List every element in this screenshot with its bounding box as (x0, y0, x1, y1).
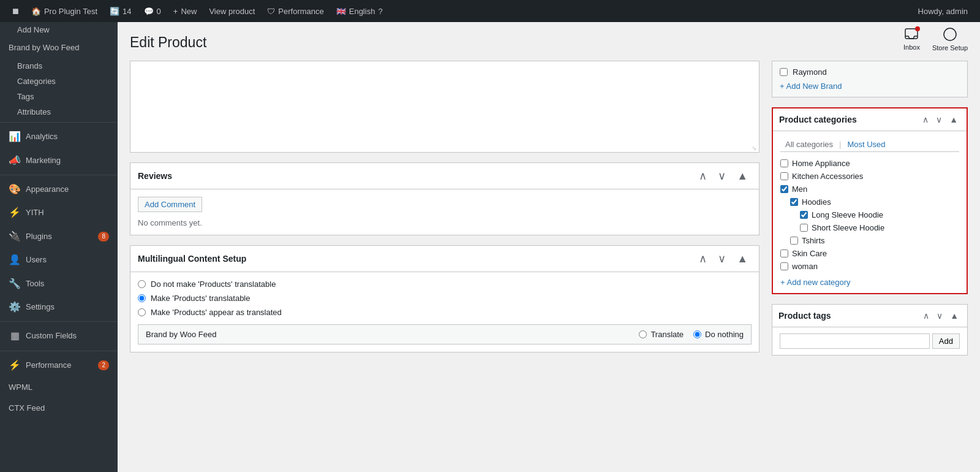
tags-label: Tags (17, 92, 34, 101)
category-checkbox[interactable] (800, 224, 808, 232)
tags-toggle-collapse[interactable]: ▲ (948, 310, 961, 322)
sidebar-item-yith[interactable]: ⚡ YITH (0, 201, 118, 224)
add-new-brand-link[interactable]: + Add New Brand (780, 82, 960, 91)
updates-item[interactable]: 🔄 14 (104, 0, 137, 22)
category-list: Home ApplianceKitchen AccessoriesMenHood… (780, 157, 959, 273)
product-tags-header: Product tags ∧ ∨ ▲ (772, 305, 967, 327)
tags-input-row: Add (780, 333, 960, 349)
taxonomy-row: Brand by Woo Feed Translate Do nothing (138, 324, 752, 344)
category-checkbox[interactable] (780, 172, 788, 180)
language-item[interactable]: 🇬🇧 English ? (330, 0, 389, 22)
sidebar-item-brands[interactable]: Brands (0, 58, 118, 74)
sidebar-item-tags[interactable]: Tags (0, 89, 118, 104)
sidebar-item-performance[interactable]: ⚡ Performance 2 (0, 354, 118, 377)
howdy-item[interactable]: Howdy, admin (912, 0, 974, 22)
sidebar-item-tools[interactable]: 🔧 Tools (0, 272, 118, 295)
radio-not-translatable[interactable] (138, 280, 146, 288)
raymond-checkbox[interactable] (780, 68, 788, 76)
site-name-item[interactable]: 🏠 Pro Plugin Test (25, 0, 104, 22)
radio-appear-translated[interactable] (138, 308, 146, 316)
radio-label-2: Make 'Products' translatable (151, 294, 251, 303)
tags-toggle-down[interactable]: ∨ (934, 310, 945, 322)
users-icon: 👤 (9, 253, 21, 267)
category-checkbox[interactable] (790, 237, 798, 245)
update-icon: 🔄 (110, 7, 119, 16)
store-setup-button[interactable]: Store Setup (932, 27, 968, 51)
inbox-button[interactable]: Inbox (903, 28, 920, 51)
radio-translate[interactable] (639, 330, 647, 338)
category-label: Tshirts (802, 236, 825, 245)
perf-icon: ⚡ (9, 359, 21, 372)
category-tabs: All categories | Most Used (780, 137, 959, 152)
sidebar-item-marketing[interactable]: 📣 Marketing (0, 149, 118, 172)
category-label: Short Sleeve Hoodie (812, 223, 884, 232)
product-categories-header: Product categories ∧ ∨ ▲ (773, 108, 967, 131)
product-tags-content: Add (772, 327, 967, 355)
multilingual-toggle-collapse[interactable]: ▲ (733, 251, 752, 267)
category-checkbox[interactable] (780, 262, 788, 270)
update-count: 14 (123, 7, 131, 16)
reviews-toggle-down[interactable]: ∨ (714, 168, 729, 184)
categories-toggle-collapse[interactable]: ▲ (947, 113, 960, 126)
category-label: Kitchen Accessories (792, 172, 863, 181)
store-setup-label: Store Setup (932, 44, 968, 51)
category-checkbox[interactable] (790, 198, 798, 206)
sidebar-item-brand-by-woo-feed[interactable]: Brand by Woo Feed (0, 37, 118, 58)
category-item: woman (780, 260, 959, 273)
brand-by-woo-feed-label: Brand by Woo Feed (9, 42, 79, 53)
sidebar-item-appearance[interactable]: 🎨 Appearance (0, 178, 118, 201)
sidebar-item-add-new[interactable]: Add New (0, 22, 118, 37)
reviews-toggle-up[interactable]: ∧ (695, 168, 710, 184)
category-checkbox[interactable] (800, 211, 808, 219)
reviews-title: Reviews (138, 171, 692, 181)
howdy-label: Howdy, admin (918, 7, 968, 16)
categories-toggle-up[interactable]: ∧ (920, 113, 931, 126)
plugins-label: Plugins (26, 231, 52, 242)
comment-count: 0 (157, 7, 161, 16)
tags-input[interactable] (780, 333, 930, 349)
wp-logo-icon[interactable]: ■ (6, 5, 25, 18)
content-textarea-area: ⇘ (130, 61, 760, 153)
reviews-postbox: Reviews ∧ ∨ ▲ Add Comment No comments ye… (130, 162, 760, 235)
add-new-category-link[interactable]: + Add new category (780, 278, 959, 287)
sidebar-item-categories[interactable]: Categories (0, 74, 118, 89)
appearance-icon: 🎨 (9, 183, 21, 196)
multilingual-postbox: Multilingual Content Setup ∧ ∨ ▲ Do not … (130, 245, 760, 352)
translate-option: Translate (639, 330, 684, 339)
categories-toggle-down[interactable]: ∨ (933, 113, 944, 126)
tags-add-button[interactable]: Add (932, 333, 960, 349)
sidebar-item-analytics[interactable]: 📊 Analytics (0, 125, 118, 148)
new-label: New (181, 7, 197, 16)
category-checkbox[interactable] (780, 249, 788, 257)
reviews-toggle-collapse[interactable]: ▲ (733, 169, 752, 184)
custom-taxonomies-section: Brand by Woo Feed Translate Do nothing (138, 324, 752, 344)
category-checkbox[interactable] (780, 185, 788, 193)
resize-handle[interactable]: ⇘ (752, 145, 758, 151)
category-checkbox[interactable] (780, 159, 788, 167)
attributes-label: Attributes (17, 107, 51, 116)
sidebar-panel: Raymond + Add New Brand Product categori… (772, 61, 968, 365)
tab-all-categories[interactable]: All categories (780, 137, 838, 151)
sidebar-item-custom-fields[interactable]: ▦ Custom Fields (0, 324, 118, 348)
plugins-icon: 🔌 (9, 230, 21, 243)
comments-item[interactable]: 💬 0 (138, 0, 167, 22)
sidebar-item-settings[interactable]: ⚙️ Settings (0, 295, 118, 319)
performance-item[interactable]: 🛡 Performance (261, 0, 330, 22)
multilingual-toggle-down[interactable]: ∨ (714, 251, 729, 267)
multilingual-toggle-up[interactable]: ∧ (695, 251, 710, 267)
taxonomy-brand-label: Brand by Woo Feed (146, 330, 629, 339)
view-product-item[interactable]: View product (203, 0, 261, 22)
add-comment-button[interactable]: Add Comment (138, 197, 202, 212)
new-item[interactable]: + New (167, 0, 203, 22)
category-item: Men (780, 183, 959, 196)
sidebar-item-attributes[interactable]: Attributes (0, 104, 118, 120)
tab-most-used[interactable]: Most Used (842, 137, 890, 151)
sidebar-item-wpml[interactable]: WPML (0, 377, 118, 398)
tags-toggle-up[interactable]: ∧ (921, 310, 932, 322)
radio-translatable[interactable] (138, 294, 146, 302)
radio-do-nothing[interactable] (693, 330, 701, 338)
sidebar-item-plugins[interactable]: 🔌 Plugins 8 (0, 225, 118, 248)
sidebar-item-ctx-feed[interactable]: CTX Feed (0, 398, 118, 419)
settings-icon: ⚙️ (9, 300, 21, 314)
sidebar-item-users[interactable]: 👤 Users (0, 248, 118, 272)
